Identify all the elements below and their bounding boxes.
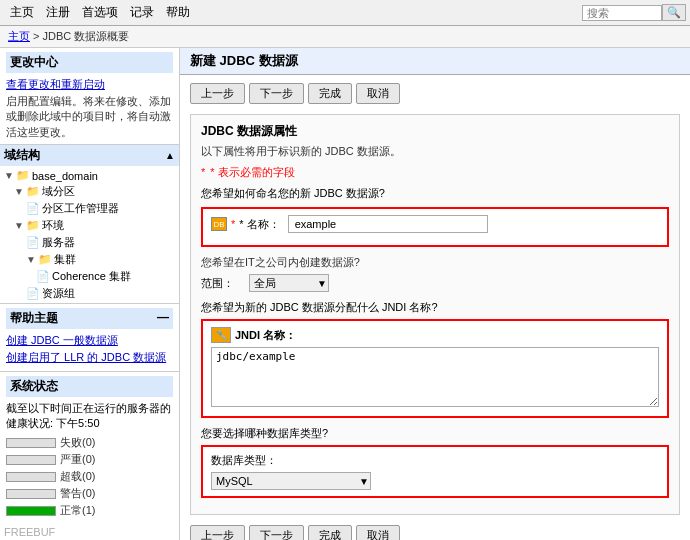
status-desc: 截至以下时间正在运行的服务器的健康状况: 下午5:50 bbox=[6, 401, 173, 431]
tree-environment[interactable]: ▼ 📁 环境 bbox=[0, 217, 179, 234]
help-link-2[interactable]: 创建启用了 LLR 的 JDBC 数据源 bbox=[6, 350, 173, 365]
name-field-row: DB * * 名称： bbox=[211, 215, 659, 233]
jndi-icon: 🔧 bbox=[211, 327, 231, 343]
status-bar-overload bbox=[6, 472, 56, 482]
btn-prev-top[interactable]: 上一步 bbox=[190, 83, 245, 104]
menu-preferences[interactable]: 首选项 bbox=[76, 2, 124, 23]
scope-select-wrapper: 全局 ▼ bbox=[249, 274, 329, 292]
content-area: 新建 JDBC 数据源 上一步 下一步 完成 取消 JDBC 数据源属性 以下属… bbox=[180, 48, 690, 540]
folder-icon: 📁 bbox=[16, 169, 30, 182]
status-row-ok: 正常(1) bbox=[6, 503, 173, 518]
tree-coherence-cluster[interactable]: 📄 Coherence 集群 bbox=[0, 268, 179, 285]
breadcrumb-separator: > bbox=[33, 30, 42, 42]
name-highlight-box: DB * * 名称： bbox=[201, 207, 669, 247]
status-row-overload: 超载(0) bbox=[6, 469, 173, 484]
btn-cancel-bottom[interactable]: 取消 bbox=[356, 525, 400, 540]
btn-prev-bottom[interactable]: 上一步 bbox=[190, 525, 245, 540]
jndi-question: 您希望为新的 JDBC 数据源分配什么 JNDI 名称? bbox=[201, 300, 669, 315]
db-question: 您要选择哪种数据库类型? bbox=[201, 426, 669, 441]
btn-next-bottom[interactable]: 下一步 bbox=[249, 525, 304, 540]
jdbc-properties-section: JDBC 数据源属性 以下属性将用于标识新的 JDBC 数据源。 * * 表示必… bbox=[190, 114, 680, 515]
status-label-critical: 严重(0) bbox=[60, 452, 95, 467]
menu-bar: 主页 注册 首选项 记录 帮助 🔍 bbox=[0, 0, 690, 26]
menu-home[interactable]: 主页 bbox=[4, 2, 40, 23]
db-type-select[interactable]: MySQL bbox=[211, 472, 371, 490]
tree-resource-group[interactable]: 📄 资源组 bbox=[0, 285, 179, 302]
tree-cluster[interactable]: ▼ 📁 集群 bbox=[0, 251, 179, 268]
jndi-label-row: 🔧 JNDI 名称： bbox=[211, 327, 659, 343]
status-title: 系统状态 bbox=[6, 376, 173, 397]
collapse-btn[interactable]: ▲ bbox=[165, 150, 175, 161]
search-area: 🔍 bbox=[582, 4, 686, 21]
update-center: 更改中心 查看更改和重新启动 启用配置编辑。将来在修改、添加或删除此域中的项目时… bbox=[0, 48, 179, 145]
db-type-box: 数据库类型： MySQL ▼ bbox=[201, 445, 669, 498]
btn-cancel-top[interactable]: 取消 bbox=[356, 83, 400, 104]
menu-register[interactable]: 注册 bbox=[40, 2, 76, 23]
name-question: 您希望如何命名您的新 JDBC 数据源? bbox=[201, 186, 669, 201]
required-note: * * 表示必需的字段 bbox=[201, 165, 669, 180]
update-center-link1[interactable]: 查看更改和重新启动 bbox=[6, 77, 173, 92]
search-input[interactable] bbox=[582, 5, 662, 21]
tree-servers[interactable]: 📄 服务器 bbox=[0, 234, 179, 251]
scope-row: 范围： 全局 ▼ bbox=[201, 274, 669, 292]
jndi-box: 🔧 JNDI 名称： jdbc/example bbox=[201, 319, 669, 418]
bottom-step-buttons: 上一步 下一步 完成 取消 bbox=[190, 525, 680, 540]
update-center-desc: 启用配置编辑。将来在修改、添加或删除此域中的项目时，将自动激活这些更改。 bbox=[6, 94, 173, 140]
sidebar: 更改中心 查看更改和重新启动 启用配置编辑。将来在修改、添加或删除此域中的项目时… bbox=[0, 48, 180, 540]
domain-structure: 域结构 ▲ ▼ 📁 base_domain ▼ 📁 域分区 📄 分区工作管理器 bbox=[0, 145, 179, 303]
update-center-title: 更改中心 bbox=[6, 52, 173, 73]
breadcrumb-current: JDBC 数据源概要 bbox=[43, 30, 130, 42]
btn-next-top[interactable]: 下一步 bbox=[249, 83, 304, 104]
status-label-warning: 警告(0) bbox=[60, 486, 95, 501]
db-type-label: 数据库类型： bbox=[211, 453, 659, 468]
system-status: 系统状态 截至以下时间正在运行的服务器的健康状况: 下午5:50 失败(0) 严… bbox=[0, 372, 179, 524]
required-star: * bbox=[201, 166, 205, 178]
tree-container: ▼ 📁 base_domain ▼ 📁 域分区 📄 分区工作管理器 ▼ 📁 环境 bbox=[0, 166, 179, 303]
status-bar-fail bbox=[6, 438, 56, 448]
menu-help[interactable]: 帮助 bbox=[160, 2, 196, 23]
section-desc: 以下属性将用于标识新的 JDBC 数据源。 bbox=[201, 144, 669, 159]
name-label: DB * * 名称： bbox=[211, 217, 280, 232]
db-icon: DB bbox=[211, 217, 227, 231]
status-label-overload: 超载(0) bbox=[60, 469, 95, 484]
db-type-select-wrapper: MySQL ▼ bbox=[211, 472, 371, 490]
status-row-warning: 警告(0) bbox=[6, 486, 173, 501]
scope-question: 您希望在IT之公司内创建数据源? bbox=[201, 255, 669, 270]
main-layout: 更改中心 查看更改和重新启动 启用配置编辑。将来在修改、添加或删除此域中的项目时… bbox=[0, 48, 690, 540]
scope-label: 范围： bbox=[201, 276, 241, 291]
tree-base-domain[interactable]: ▼ 📁 base_domain bbox=[0, 168, 179, 183]
search-button[interactable]: 🔍 bbox=[662, 4, 686, 21]
jndi-label: JNDI 名称： bbox=[235, 328, 296, 343]
section-title: JDBC 数据源属性 bbox=[201, 123, 669, 140]
jndi-textarea[interactable]: jdbc/example bbox=[211, 347, 659, 407]
help-link-1[interactable]: 创建 JDBC 一般数据源 bbox=[6, 333, 173, 348]
menu-records[interactable]: 记录 bbox=[124, 2, 160, 23]
status-bar-critical bbox=[6, 455, 56, 465]
status-row-fail: 失败(0) bbox=[6, 435, 173, 450]
required-star-name: * bbox=[231, 218, 235, 230]
btn-finish-top[interactable]: 完成 bbox=[308, 83, 352, 104]
content-header: 新建 JDBC 数据源 bbox=[180, 48, 690, 75]
breadcrumb: 主页 > JDBC 数据源概要 bbox=[0, 26, 690, 48]
status-label-fail: 失败(0) bbox=[60, 435, 95, 450]
name-input[interactable] bbox=[288, 215, 488, 233]
watermark: FREEBUF bbox=[0, 524, 179, 540]
scope-select[interactable]: 全局 bbox=[249, 274, 329, 292]
status-row-critical: 严重(0) bbox=[6, 452, 173, 467]
status-bar-ok bbox=[6, 506, 56, 516]
content-body: 上一步 下一步 完成 取消 JDBC 数据源属性 以下属性将用于标识新的 JDB… bbox=[180, 75, 690, 540]
help-collapse-btn[interactable]: — bbox=[157, 310, 169, 327]
tree-partition-manager[interactable]: 📄 分区工作管理器 bbox=[0, 200, 179, 217]
domain-structure-title: 域结构 ▲ bbox=[0, 145, 179, 166]
help-title: 帮助主题 — bbox=[6, 308, 173, 329]
status-label-ok: 正常(1) bbox=[60, 503, 95, 518]
breadcrumb-home[interactable]: 主页 bbox=[8, 30, 30, 42]
top-step-buttons: 上一步 下一步 完成 取消 bbox=[190, 83, 680, 104]
expand-icon: ▼ bbox=[4, 170, 14, 181]
status-bar-warning bbox=[6, 489, 56, 499]
tree-domain-partition[interactable]: ▼ 📁 域分区 bbox=[0, 183, 179, 200]
help-section: 帮助主题 — 创建 JDBC 一般数据源 创建启用了 LLR 的 JDBC 数据… bbox=[0, 303, 179, 372]
btn-finish-bottom[interactable]: 完成 bbox=[308, 525, 352, 540]
